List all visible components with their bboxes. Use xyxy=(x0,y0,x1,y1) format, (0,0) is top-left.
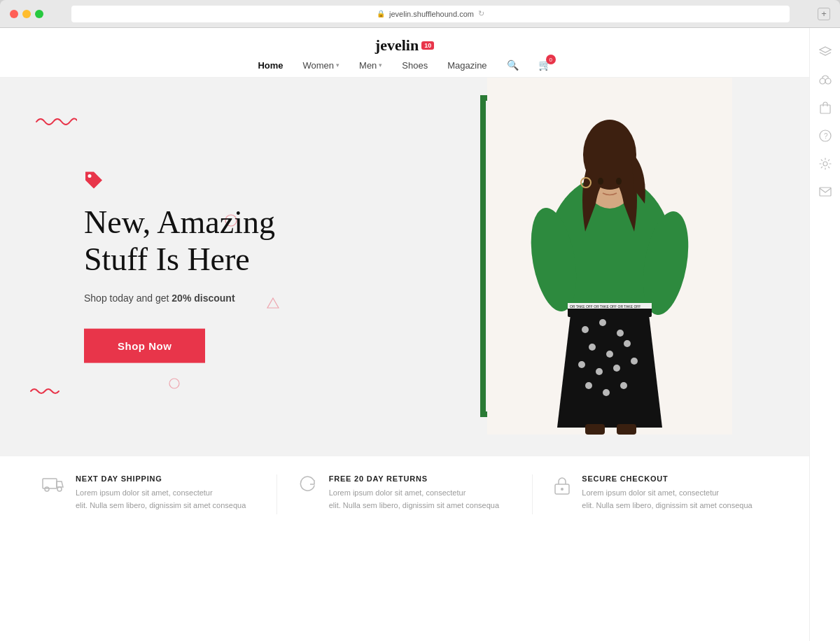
hero-content: New, Amazing Stuff Is Here Shop today an… xyxy=(84,171,275,363)
svg-point-32 xyxy=(45,487,49,491)
feature-shipping-desc1: Lorem ipsum dolor sit amet, consectetur xyxy=(76,487,246,500)
tag-icon xyxy=(84,171,275,192)
nav-home[interactable]: Home xyxy=(258,60,283,71)
settings-icon[interactable] xyxy=(818,157,832,171)
feature-returns: FREE 20 DAY RETURNS Lorem ipsum dolor si… xyxy=(298,474,512,512)
feature-divider-2 xyxy=(532,474,533,514)
svg-rect-43 xyxy=(820,188,831,196)
reload-icon[interactable]: ↻ xyxy=(478,9,484,18)
question-icon[interactable]: ? xyxy=(818,129,832,143)
url-text: jevelin.shufflehound.com xyxy=(389,10,474,18)
feature-checkout-desc2: elit. Nulla sem libero, dignissim sit am… xyxy=(582,500,752,512)
svg-point-19 xyxy=(578,361,585,368)
address-bar[interactable]: 🔒 jevelin.shufflehound.com ↻ xyxy=(71,6,790,22)
tl-red[interactable] xyxy=(10,10,18,18)
security-icon: 🔒 xyxy=(377,10,385,17)
feature-shipping-title: NEXT DAY SHIPPING xyxy=(76,474,246,483)
squiggle-bottom-left-deco xyxy=(29,386,61,400)
svg-point-3 xyxy=(88,174,92,178)
svg-point-24 xyxy=(603,389,610,396)
svg-point-14 xyxy=(599,319,606,326)
svg-point-15 xyxy=(617,330,624,337)
layers-icon[interactable] xyxy=(818,45,832,59)
feature-checkout-title: SECURE CHECKOUT xyxy=(582,474,752,483)
svg-point-10 xyxy=(598,178,603,185)
svg-point-37 xyxy=(825,78,831,84)
shop-now-button[interactable]: Shop Now xyxy=(84,328,205,362)
hero-fashion-image: OR TAKE OFF OR TAKE OFF OR TAKE OFF xyxy=(487,78,732,435)
tl-yellow[interactable] xyxy=(22,10,31,18)
main-nav: Home Women ▾ Men ▾ Shoes Magazine 🔍 🛒 0 xyxy=(258,59,551,71)
svg-point-35 xyxy=(561,488,564,491)
truck-icon xyxy=(42,476,64,495)
site-header: jevelin 10 Home Women ▾ Men ▾ Shoes Maga… xyxy=(0,28,809,78)
svg-point-11 xyxy=(616,178,622,185)
svg-point-42 xyxy=(823,162,827,166)
hero-subtitle: Shop today and get 20% discount xyxy=(84,292,275,303)
feature-returns-title: FREE 20 DAY RETURNS xyxy=(329,474,499,483)
logo: jevelin 10 xyxy=(375,36,434,55)
svg-point-22 xyxy=(631,358,638,365)
feature-checkout-desc1: Lorem ipsum dolor sit amet, consectetur xyxy=(582,487,752,500)
main-content: jevelin 10 Home Women ▾ Men ▾ Shoes Maga… xyxy=(0,28,840,641)
svg-rect-29 xyxy=(585,424,605,435)
hero-section: New, Amazing Stuff Is Here Shop today an… xyxy=(0,78,809,456)
svg-point-21 xyxy=(613,365,620,372)
binoculars-icon[interactable] xyxy=(818,73,832,87)
squiggle-top-left-deco xyxy=(35,111,77,134)
nav-shoes[interactable]: Shoes xyxy=(402,60,428,71)
cart-icon[interactable]: 🛒 0 xyxy=(538,59,552,71)
mail-icon[interactable] xyxy=(818,185,832,199)
browser-chrome: 🔒 jevelin.shufflehound.com ↻ + xyxy=(0,0,840,28)
feature-shipping-text: NEXT DAY SHIPPING Lorem ipsum dolor sit … xyxy=(76,474,246,512)
svg-point-23 xyxy=(585,382,592,389)
nav-men[interactable]: Men ▾ xyxy=(359,60,382,71)
search-icon[interactable]: 🔍 xyxy=(507,59,519,71)
svg-point-36 xyxy=(820,78,825,84)
svg-text:OR TAKE OFF  OR TAKE OFF  OR T: OR TAKE OFF OR TAKE OFF OR TAKE OFF xyxy=(570,304,640,309)
svg-text:?: ? xyxy=(824,132,828,140)
logo-text: jevelin xyxy=(375,36,419,55)
feature-shipping: NEXT DAY SHIPPING Lorem ipsum dolor sit … xyxy=(42,474,255,512)
svg-rect-39 xyxy=(820,105,830,113)
new-tab-button[interactable]: + xyxy=(818,8,830,20)
circle-bottom-deco xyxy=(168,377,181,393)
svg-point-1 xyxy=(169,379,179,388)
nav-women[interactable]: Women ▾ xyxy=(303,60,340,71)
feature-returns-desc2: elit. Nulla sem libero, dignissim sit am… xyxy=(329,500,499,512)
svg-point-17 xyxy=(606,351,613,358)
shopping-bag-icon[interactable] xyxy=(818,101,832,115)
svg-point-20 xyxy=(596,368,603,375)
hero-image-area: OR TAKE OFF OR TAKE OFF OR TAKE OFF xyxy=(445,78,753,456)
hero-title: New, Amazing Stuff Is Here xyxy=(84,204,275,279)
svg-point-13 xyxy=(582,326,589,333)
browser-window: jevelin 10 Home Women ▾ Men ▾ Shoes Maga… xyxy=(0,28,840,641)
traffic-lights xyxy=(10,10,43,18)
chevron-down-icon: ▾ xyxy=(336,62,340,69)
feature-checkout: SECURE CHECKOUT Lorem ipsum dolor sit am… xyxy=(554,474,767,512)
feature-returns-desc1: Lorem ipsum dolor sit amet, consectetur xyxy=(329,487,499,500)
svg-rect-26 xyxy=(568,307,652,317)
nav-magazine[interactable]: Magazine xyxy=(447,60,486,71)
svg-point-18 xyxy=(624,340,631,347)
svg-point-16 xyxy=(589,344,596,351)
svg-point-12 xyxy=(581,178,591,188)
svg-point-33 xyxy=(57,487,62,491)
feature-returns-text: FREE 20 DAY RETURNS Lorem ipsum dolor si… xyxy=(329,474,499,512)
feature-divider-1 xyxy=(276,474,277,514)
logo-badge: 10 xyxy=(421,41,434,50)
side-toolbar: ? xyxy=(809,28,840,641)
features-bar: NEXT DAY SHIPPING Lorem ipsum dolor sit … xyxy=(0,456,809,533)
lock-icon xyxy=(554,476,570,498)
feature-shipping-desc2: elit. Nulla sem libero, dignissim sit am… xyxy=(76,500,246,512)
tl-green[interactable] xyxy=(35,10,43,18)
feature-checkout-text: SECURE CHECKOUT Lorem ipsum dolor sit am… xyxy=(582,474,752,512)
svg-rect-31 xyxy=(43,479,57,488)
refresh-icon xyxy=(298,476,318,498)
cart-badge: 0 xyxy=(546,55,556,64)
chevron-down-icon: ▾ xyxy=(379,62,382,69)
svg-rect-30 xyxy=(617,424,636,435)
svg-point-25 xyxy=(620,382,627,389)
